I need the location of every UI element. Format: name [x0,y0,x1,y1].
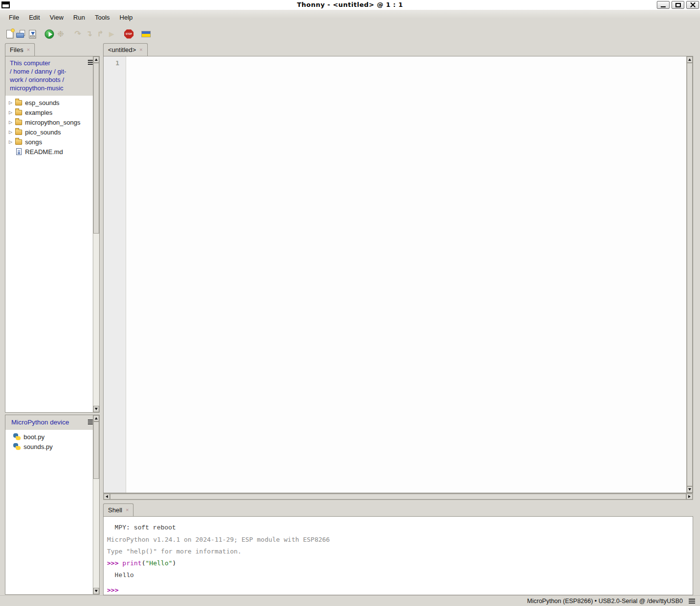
shell-line: MPY: soft reboot [107,522,693,534]
scroll-down-icon[interactable] [93,406,99,412]
expander-icon[interactable]: ▷ [9,139,14,144]
scrollbar-thumb[interactable] [93,422,99,479]
menu-bar: FileEditViewRunToolsHelp [0,10,700,25]
path-separator: / [23,76,28,83]
tree-item-pico_sounds[interactable]: ▷pico_sounds [5,127,93,137]
open-file-button[interactable] [15,27,27,40]
tab-untitled[interactable]: <untitled> [103,43,148,56]
menu-run[interactable]: Run [68,12,90,23]
debug-icon: ❉ [57,30,64,38]
debug-script-button[interactable]: ❉ [55,27,66,40]
tree-item-esp_sounds[interactable]: ▷esp_sounds [5,98,93,107]
status-menu-icon[interactable] [689,599,695,604]
tab-shell-label: Shell [108,506,122,514]
step-over-button[interactable]: ↷ [72,27,83,40]
folder-icon [15,120,22,125]
path-separator: / [52,68,57,75]
scroll-up-icon[interactable] [93,56,99,63]
scrollbar-thumb[interactable] [93,63,99,234]
expander-icon[interactable]: ▷ [9,130,14,134]
path-link-orionrobots[interactable]: orionrobots [28,76,60,83]
ukraine-flag-icon [141,31,151,37]
path-link-micropython-music[interactable]: micropython-music [10,84,63,92]
resume-button[interactable]: ▶ [106,27,117,40]
ukraine-flag-button[interactable] [140,27,152,40]
folder-icon [15,139,22,145]
scroll-right-icon[interactable] [686,494,693,500]
backend-port-status[interactable]: MicroPython (ESP8266) • USB2.0-Serial @ … [527,598,683,605]
tree-item-label: examples [25,109,53,116]
scroll-up-icon[interactable] [687,56,693,63]
menu-file[interactable]: File [4,12,24,23]
shell-line: Hello [107,569,693,581]
tree-item-label: pico_sounds [25,129,61,136]
folder-icon [15,100,22,105]
tree-item-micropython_songs[interactable]: ▷micropython_songs [5,117,93,127]
tree-item-label: sounds.py [24,443,53,450]
path-link-home[interactable]: home [13,68,29,75]
tree-item-songs[interactable]: ▷songs [5,137,93,147]
tab-files[interactable]: Files [5,43,35,56]
tab-shell[interactable]: Shell [103,503,134,516]
tab-close-icon[interactable] [27,47,29,53]
shell-output[interactable]: MPY: soft rebootMicroPython v1.24.1 on 2… [103,516,693,595]
thonny-window: Thonny - <untitled> @ 1 : 1 FileEditView… [0,0,700,606]
tab-close-icon[interactable] [139,47,142,53]
folder-icon [15,130,22,135]
tree-item-boot-py[interactable]: boot.py [10,432,93,442]
scroll-left-icon[interactable] [104,494,110,500]
title-bar: Thonny - <untitled> @ 1 : 1 [0,0,700,10]
tree-item-examples[interactable]: ▷examples [5,107,93,117]
tree-item-label: boot.py [24,433,45,441]
files-scrollbar[interactable] [93,56,99,412]
close-button[interactable] [686,1,699,9]
menu-help[interactable]: Help [115,12,138,23]
expander-icon[interactable]: ▷ [9,100,14,105]
stop-restart-button[interactable]: STOP [123,27,135,40]
scroll-down-icon[interactable] [93,588,99,594]
code-editor[interactable] [126,56,686,493]
shell-line: Type "help()" for more information. [107,546,693,557]
editor-horizontal-scrollbar[interactable] [103,493,693,500]
toolbar: ❉ ↷ ↴ ↱ ▶ STOP [0,26,700,42]
scroll-down-icon[interactable] [687,486,693,493]
tab-close-icon[interactable] [126,507,129,513]
run-icon [45,29,54,39]
shell-line: MicroPython v1.24.1 on 2024-11-29; ESP m… [107,534,693,546]
this-computer-link[interactable]: This computer [10,59,50,67]
expander-icon[interactable]: ▷ [9,110,14,115]
device-scrollbar[interactable] [93,415,99,594]
path-separator: / [60,76,64,83]
line-number-gutter: 1 [104,56,126,493]
tree-item-label: micropython_songs [25,119,81,126]
python-file-icon [13,433,21,440]
menu-view[interactable]: View [45,12,68,23]
step-over-icon: ↷ [75,30,81,38]
tree-item-sounds-py[interactable]: sounds.py [10,442,93,451]
step-out-button[interactable]: ↱ [95,27,106,40]
tree-item-README-md[interactable]: README.md [5,147,93,157]
path-separator: / [29,68,35,75]
menu-tools[interactable]: Tools [90,12,114,23]
expander-icon[interactable]: ▷ [9,120,14,125]
tab-untitled-label: <untitled> [108,46,136,53]
status-bar: MicroPython (ESP8266) • USB2.0-Serial @ … [0,595,700,606]
scrollbar-thumb[interactable] [687,63,693,486]
menu-edit[interactable]: Edit [24,12,45,23]
save-file-button[interactable] [27,27,38,40]
new-file-button[interactable] [4,27,15,40]
device-panel-title: MicroPython device [11,419,69,426]
window-controls [657,1,699,9]
maximize-button[interactable] [672,1,684,9]
path-link-danny[interactable]: danny [35,68,52,75]
scroll-up-icon[interactable] [93,415,99,422]
maximize-icon [675,3,681,7]
step-into-icon: ↴ [86,30,92,38]
editor-vertical-scrollbar[interactable] [686,56,693,493]
device-panel-header: MicroPython device [5,415,99,430]
minimize-button[interactable] [657,1,670,9]
scrollbar-thumb[interactable] [110,494,686,500]
save-file-icon [29,30,36,38]
run-script-button[interactable] [44,27,55,40]
step-into-button[interactable]: ↴ [83,27,95,40]
